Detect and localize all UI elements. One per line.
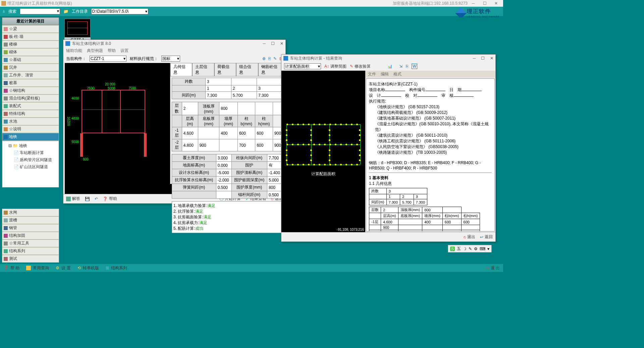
tab-combo[interactable]: 组合信息 xyxy=(236,63,258,76)
tree-child-1[interactable]: 📄 盾构管片区间隧道 xyxy=(4,156,57,163)
calc-menu: 辅助功能 典型例题 帮助 设置 xyxy=(63,47,285,54)
sidebar-item-10[interactable]: 装配式 xyxy=(2,102,59,110)
spec-combo[interactable]: 国标▾ xyxy=(161,56,180,62)
menu-examples[interactable]: 典型例题 xyxy=(87,48,103,54)
word-icon[interactable]: W xyxy=(412,64,417,69)
app-exit-button[interactable]: ⎋退 出 xyxy=(486,265,500,271)
sidebar-item-3[interactable]: 砌体 xyxy=(2,48,59,56)
results-titlebar[interactable]: 车站主体结构计算 - 结果查询 ─ ☐ ✕ xyxy=(281,55,495,62)
edit-icon[interactable]: ✎ xyxy=(273,56,277,61)
sidebar-item-0[interactable]: ☆梁 xyxy=(2,25,59,33)
modify-check-button[interactable]: ✎修改验算 xyxy=(350,64,371,69)
cursor-coords: -91.108, 1073.216 xyxy=(337,228,364,231)
check-results: 1. 地基承载力验算:满足2. 抗浮验算:满足3. 抗剪截面验算:满足4. 抗剪… xyxy=(172,201,283,233)
exit-icon: ⎋ xyxy=(464,235,466,239)
close-button[interactable]: ✕ xyxy=(490,56,493,61)
maximize-button[interactable]: ☐ xyxy=(479,0,490,6)
undo-icon[interactable]: ↶ xyxy=(95,197,98,201)
tab-geometry[interactable]: 几何信息 xyxy=(170,63,192,76)
result-type-combo[interactable]: 计算配筋面积▾ xyxy=(284,63,321,69)
standalone-button[interactable]: ⟲转单机版 xyxy=(77,265,99,271)
search-input[interactable]: ▾ xyxy=(20,8,60,14)
doc-layer-table: 层数2顶板厚(mm)800层高(m)底板厚(mm)墙厚(mm)柱b(mm)柱h(… xyxy=(369,207,480,231)
chart-icon[interactable]: 📊 xyxy=(387,64,392,69)
sidebar-bottom-2[interactable]: 钢管 xyxy=(2,224,59,232)
help-icon: ❓ xyxy=(103,197,108,201)
calc-window: 车站主体结构计算 8.0 ─ ☐ ✕ 辅助功能 典型例题 帮助 设置 当前构件：… xyxy=(63,40,286,204)
workdir-combo[interactable]: D:\Data\TBS\V7.5.0\▾ xyxy=(91,8,148,14)
save-icon[interactable]: 💾 xyxy=(85,197,90,201)
workdir-label: 工作目录 xyxy=(72,9,88,14)
sketch-icon: A↕ xyxy=(324,64,329,69)
folder-icon: 📁 xyxy=(63,9,68,14)
result-document[interactable]: 车站主体结构计算(CZZT-1) 项目名称 构件编号 日 期 设 计 校 对 审… xyxy=(366,78,495,231)
sidebar-bottom-5[interactable]: 结构系列 xyxy=(2,247,59,255)
sidebar-item-6[interactable]: 工作井、顶管 xyxy=(2,71,59,79)
back-button[interactable]: ↩返回 xyxy=(480,234,493,240)
thumbnail[interactable]: CZZT-1 xyxy=(64,19,91,42)
sidebar-item-12[interactable]: 水池 xyxy=(2,118,59,125)
sidebar-item-13[interactable]: ☆说明 xyxy=(2,125,59,133)
sidebar-item-11[interactable]: 特殊结构 xyxy=(2,110,59,118)
struct-series-button[interactable]: ⊞结构系列 xyxy=(106,265,127,271)
maximize-button[interactable]: ☐ xyxy=(481,56,485,61)
tab-load[interactable]: 荷载信息 xyxy=(214,63,236,76)
close-button[interactable]: ✕ xyxy=(490,0,502,6)
minimize-button[interactable]: ─ xyxy=(473,56,476,61)
current-member-combo[interactable]: CZZT-1▾ xyxy=(90,56,126,62)
adjust-sketch-button[interactable]: A↕调整简图 xyxy=(324,64,346,69)
sidebar-item-9[interactable]: 混合结构(梁柱板) xyxy=(2,94,59,102)
pencil-icon: ✎ xyxy=(350,64,353,69)
sidebar-item-7[interactable]: 桩基 xyxy=(2,79,59,87)
info-tabs: 几何信息 土层信息 荷载信息 组合信息 钢筋砼信息 xyxy=(170,63,284,76)
sidebar-item-1[interactable]: 板·柱·墙 xyxy=(2,33,59,41)
settings-button[interactable]: ⚙设 置 xyxy=(56,265,70,271)
span-table: 跨数3 123 间距(m)7.3005.7007.300 xyxy=(172,78,283,99)
menu-help[interactable]: 帮助 xyxy=(108,48,116,54)
sidebar-bottom-4[interactable]: ☆常用工具 xyxy=(2,239,59,247)
maximize-button[interactable]: ☐ xyxy=(271,41,275,46)
sidebar-bottom-3[interactable]: 结构加固 xyxy=(2,232,59,239)
copy-icon[interactable]: ⎘ xyxy=(268,56,271,61)
layer-table: 层数2顶板厚(mm)800层高(m)底板厚(mm)墙厚(mm)柱b(mm)柱h(… xyxy=(172,102,283,151)
copy-icon[interactable]: ⎘ xyxy=(406,64,408,69)
add-icon[interactable]: ⊕ xyxy=(262,56,266,61)
sidebar-item-2[interactable]: 楼梯 xyxy=(2,41,59,48)
status-bar: ❓帮 助 常用查询 ⚙设 置 ⟲转单机版 ⊞结构系列 ⎋退 出 xyxy=(0,264,503,272)
menu-file[interactable]: 文件 xyxy=(368,71,376,77)
close-button[interactable]: ✕ xyxy=(280,41,283,46)
tab-soil[interactable]: 土层信息 xyxy=(192,63,214,76)
export-icon[interactable]: ⇲ xyxy=(399,64,402,69)
sidebar-item-5[interactable]: 沉井 xyxy=(2,64,59,71)
rebar-canvas[interactable]: 计算配筋面积 -91.108, 1073.216 xyxy=(281,71,365,232)
menu-settings[interactable]: 设置 xyxy=(120,48,128,54)
ime-tray[interactable]: S 五 ☽✎⚙⌨▾ xyxy=(448,245,492,253)
tree-root[interactable]: ⊟ 📁 地铁 xyxy=(4,142,57,149)
sidebar-bottom-6[interactable]: 测试 xyxy=(2,255,59,263)
calc-titlebar[interactable]: 车站主体结构计算 8.0 ─ ☐ ✕ xyxy=(63,40,285,47)
common-query-button[interactable]: 常用查询 xyxy=(26,265,49,271)
menu-aux[interactable]: 辅助功能 xyxy=(66,48,82,54)
doc-menu: 文件 编辑 格式 xyxy=(365,71,495,78)
sidebar-item-14[interactable]: 地铁 xyxy=(2,133,59,141)
tree-child-2[interactable]: 📄 矿山法区间隧道 xyxy=(4,163,57,170)
minimize-button[interactable]: ─ xyxy=(263,41,266,46)
sidebar: 最近计算的项目 ☆梁板·柱·墙楼梯砌体☆基础沉井工作井、顶管桩基☆钢结构混合结构… xyxy=(2,17,59,188)
menu-edit[interactable]: 编辑 xyxy=(381,71,389,77)
tree-child-0[interactable]: 📄 车站断面计算 xyxy=(4,149,57,156)
search-icon: ± xyxy=(3,9,5,14)
minimize-button[interactable]: ─ xyxy=(468,0,479,6)
main-toolbar: ± 搜索 ▾ 📁 工作目录 D:\Data\TBS\V7.5.0\▾ xyxy=(0,7,503,16)
exit-button[interactable]: ⎋退出 xyxy=(464,234,475,240)
sidebar-bottom-1[interactable]: 渡槽 xyxy=(2,216,59,224)
sidebar-bottom-0[interactable]: 水闸 xyxy=(2,209,59,216)
sidebar-item-8[interactable]: ☆钢结构 xyxy=(2,87,59,94)
menu-format[interactable]: 格式 xyxy=(393,71,401,77)
tab-rebar[interactable]: 钢筋砼信息 xyxy=(258,63,284,76)
sidebar-item-4[interactable]: ☆基础 xyxy=(2,56,59,64)
help-button[interactable]: ❓帮助 xyxy=(103,196,117,202)
help-button[interactable]: ❓帮 助 xyxy=(3,265,19,271)
answer-button[interactable]: 解答 xyxy=(66,196,80,202)
sidebar-header: 最近计算的项目 xyxy=(2,17,59,25)
brand-logo: 理正软件 LEADING SOFTWARE xyxy=(457,8,500,18)
